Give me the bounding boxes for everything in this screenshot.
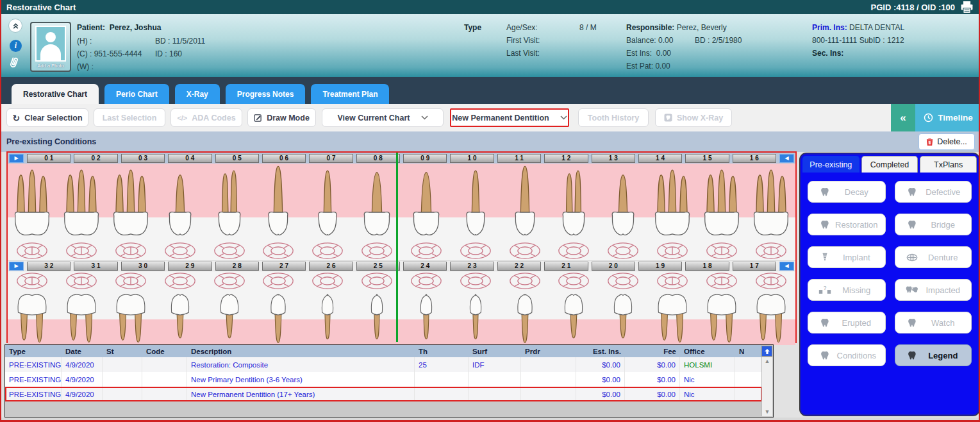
tab-treatment-plan[interactable]: Treatment Plan [311, 84, 389, 104]
column-header-n[interactable]: N [735, 345, 762, 357]
tooth-10-occlusal[interactable] [451, 242, 500, 260]
tooth-number-32[interactable]: 32 [27, 262, 71, 271]
tooth-06-occlusal[interactable] [254, 242, 303, 260]
delete-button[interactable]: Delete... [918, 133, 975, 150]
new-permanent-dentition-dropdown[interactable]: New Permanent Dentition [450, 108, 569, 127]
tooth-03-occlusal[interactable] [106, 242, 156, 260]
tooth-30-graphic[interactable] [106, 291, 156, 345]
tooth-32-occlusal[interactable] [8, 272, 57, 290]
tooth-22-graphic[interactable] [500, 291, 549, 345]
watch-button[interactable]: Watch [895, 312, 972, 333]
tooth-number-05[interactable]: 05 [215, 154, 259, 163]
tooth-32-graphic[interactable] [8, 291, 57, 345]
tooth-24-occlusal[interactable] [402, 272, 451, 290]
tooth-27-occlusal[interactable] [254, 272, 303, 290]
tooth-30-occlusal[interactable] [106, 272, 156, 290]
tooth-12-occlusal[interactable] [549, 242, 599, 260]
decay-button[interactable]: Decay [808, 181, 886, 203]
tooth-number-11[interactable]: 11 [497, 154, 541, 163]
tooth-number-07[interactable]: 07 [309, 154, 353, 163]
tooth-11-graphic[interactable] [500, 164, 549, 241]
tooth-22-occlusal[interactable] [500, 272, 549, 290]
tooth-number-24[interactable]: 24 [403, 262, 447, 271]
defective-button[interactable]: Defective [895, 181, 972, 203]
tooth-25-occlusal[interactable] [353, 272, 402, 290]
tooth-27-graphic[interactable] [254, 291, 303, 345]
panel-tab-txplans[interactable]: TxPlans [920, 156, 977, 173]
tooth-19-graphic[interactable] [648, 291, 697, 345]
timeline-button[interactable]: Timeline [915, 104, 980, 131]
tooth-number-26[interactable]: 26 [309, 262, 353, 271]
attachment-icon[interactable] [8, 55, 19, 71]
tooth-17-occlusal[interactable] [746, 272, 795, 290]
scroll-top-button[interactable] [761, 346, 772, 357]
tooth-15-occlusal[interactable] [697, 242, 746, 260]
add-photo-button[interactable]: Add a Photo [30, 22, 71, 72]
tooth-number-21[interactable]: 21 [544, 262, 588, 271]
draw-mode-button[interactable]: Draw Mode [247, 108, 316, 127]
tooth-number-31[interactable]: 31 [74, 262, 117, 271]
view-current-chart-dropdown[interactable]: View Current Chart [322, 108, 444, 127]
tooth-number-22[interactable]: 22 [497, 262, 541, 271]
tooth-21-graphic[interactable] [549, 291, 599, 345]
tooth-number-29[interactable]: 29 [168, 262, 212, 271]
tooth-29-graphic[interactable] [155, 291, 204, 345]
tooth-28-graphic[interactable] [204, 291, 254, 345]
legend-button[interactable]: Legend [895, 344, 972, 366]
tooth-26-occlusal[interactable] [303, 272, 353, 290]
tooth-08-graphic[interactable] [353, 164, 402, 241]
tooth-28-occlusal[interactable] [204, 272, 254, 290]
tooth-09-occlusal[interactable] [402, 242, 451, 260]
column-header-date[interactable]: Date [62, 345, 103, 357]
column-header-th[interactable]: Th [415, 345, 469, 357]
tooth-number-01[interactable]: 01 [27, 154, 71, 163]
column-header-st[interactable]: St [103, 345, 142, 357]
collapse-panel-button[interactable]: « [891, 104, 915, 131]
tooth-07-occlusal[interactable] [303, 242, 353, 260]
tooth-14-occlusal[interactable] [648, 242, 697, 260]
tooth-16-graphic[interactable] [746, 164, 795, 241]
column-header-prdr[interactable]: Prdr [521, 345, 576, 357]
tooth-11-occlusal[interactable] [500, 242, 549, 260]
impacted-button[interactable]: Impacted [895, 279, 972, 301]
collapse-header-button[interactable] [8, 19, 22, 33]
panel-tab-completed[interactable]: Completed [861, 156, 918, 173]
column-header-type[interactable]: Type [5, 345, 62, 357]
tooth-23-occlusal[interactable] [451, 272, 500, 290]
tooth-02-graphic[interactable] [57, 164, 106, 241]
tooth-20-occlusal[interactable] [599, 272, 648, 290]
tooth-29-occlusal[interactable] [155, 272, 204, 290]
column-header-surf[interactable]: Surf [469, 345, 521, 357]
tooth-number-25[interactable]: 25 [356, 262, 400, 271]
tooth-number-02[interactable]: 02 [74, 154, 117, 163]
tooth-04-graphic[interactable] [155, 164, 204, 241]
tooth-03-graphic[interactable] [106, 164, 156, 241]
tooth-number-20[interactable]: 20 [592, 262, 635, 271]
tooth-number-12[interactable]: 12 [544, 154, 588, 163]
column-header-office[interactable]: Office [680, 345, 735, 357]
tooth-25-graphic[interactable] [353, 291, 402, 345]
tooth-13-occlusal[interactable] [599, 242, 648, 260]
tooth-number-28[interactable]: 28 [215, 262, 259, 271]
tooth-01-graphic[interactable] [8, 164, 57, 241]
table-row[interactable]: PRE-EXISTING4/9/2020New Permanent Dentit… [5, 387, 762, 401]
bridge-button[interactable]: Bridge [895, 214, 972, 235]
tooth-13-graphic[interactable] [599, 164, 648, 241]
conditions-button[interactable]: Conditions [808, 344, 886, 366]
tooth-23-graphic[interactable] [451, 291, 500, 345]
tooth-number-13[interactable]: 13 [592, 154, 635, 163]
scroll-right-icon[interactable]: ◀ [779, 262, 794, 271]
table-scrollbar[interactable]: ▲▼ [761, 357, 772, 416]
column-header-fee[interactable]: Fee [625, 345, 680, 357]
tooth-21-occlusal[interactable] [549, 272, 599, 290]
tooth-number-04[interactable]: 04 [168, 154, 212, 163]
column-header-description[interactable]: Description [187, 345, 415, 357]
tooth-number-08[interactable]: 08 [356, 154, 400, 163]
scroll-right-icon[interactable]: ◀ [779, 154, 794, 163]
column-header-code[interactable]: Code [142, 345, 187, 357]
scroll-up-icon[interactable]: ▲ [765, 359, 770, 364]
tooth-31-occlusal[interactable] [57, 272, 106, 290]
tooth-18-occlusal[interactable] [697, 272, 746, 290]
tooth-12-graphic[interactable] [549, 164, 599, 241]
tooth-20-graphic[interactable] [599, 291, 648, 345]
